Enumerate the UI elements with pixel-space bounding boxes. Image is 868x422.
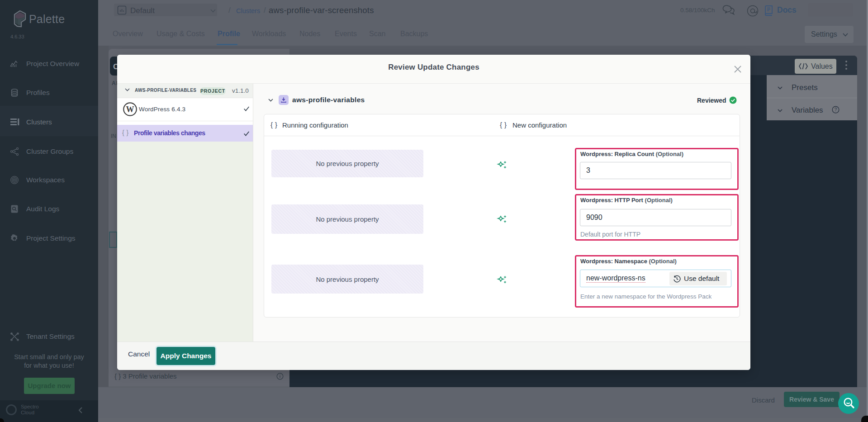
svg-text:W: W xyxy=(126,105,134,114)
svg-text:?: ? xyxy=(835,107,837,112)
